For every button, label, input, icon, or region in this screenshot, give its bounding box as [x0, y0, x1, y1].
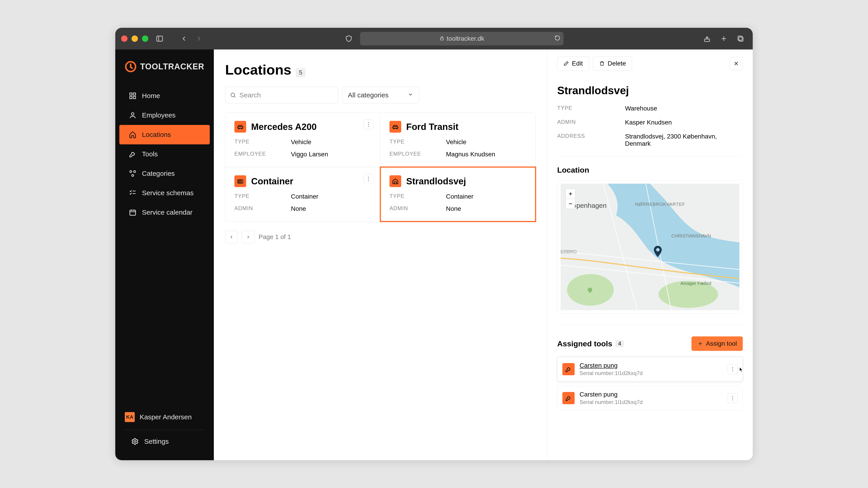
tabs-overview-icon[interactable]	[734, 32, 747, 45]
sidebar-item-label: Categories	[142, 170, 175, 177]
zoom-out-button[interactable]: −	[566, 199, 575, 209]
assigned-tools-list: Carsten pung Serial number:1l1d2kxq7d Ca…	[557, 357, 743, 411]
sidebar-item-tools[interactable]: Tools	[119, 144, 210, 164]
user-icon	[129, 111, 136, 119]
prev-page-button[interactable]	[225, 231, 238, 243]
svg-rect-2	[440, 38, 443, 40]
current-user[interactable]: KA Kasper Andersen	[122, 406, 208, 428]
sidebar-item-categories[interactable]: Categories	[119, 164, 210, 183]
wrench-icon	[562, 363, 575, 375]
minimize-window[interactable]	[131, 35, 138, 42]
field-value: Vehicle	[291, 138, 371, 146]
search-icon	[230, 92, 236, 98]
categories-icon	[129, 170, 136, 177]
svg-rect-19	[130, 210, 135, 215]
location-section-title: Location	[557, 166, 743, 174]
field-value: Kasper Knudsen	[625, 119, 743, 126]
tool-menu-button[interactable]	[727, 364, 738, 374]
svg-point-15	[133, 170, 135, 173]
location-card-ford[interactable]: Ford Transit TYPE Vehicle EMPLOYEE Magnu…	[380, 113, 535, 167]
new-tab-icon[interactable]	[717, 32, 730, 45]
field-value: Container	[446, 193, 526, 200]
sidebar-item-label: Service calendar	[142, 208, 192, 216]
search-placeholder: Search	[239, 91, 261, 99]
field-value: Viggo Larsen	[291, 151, 371, 158]
map-container: + − ›penhagen NØRREBROKVARTEF CHRISTIANS…	[557, 180, 743, 314]
location-card-mercedes[interactable]: Mercedes A200 TYPE Vehicle EMPLOYEE Vigg…	[225, 113, 380, 167]
category-filter-label: All categories	[348, 91, 389, 99]
page-title: Locations	[225, 62, 291, 78]
map-area-label: NØRREBROKVARTEF	[635, 202, 685, 207]
brand-icon	[125, 61, 136, 72]
sidebar-item-service-schemas[interactable]: Service schemas	[119, 183, 210, 203]
tool-menu-button[interactable]	[727, 393, 738, 403]
sidebar-item-employees[interactable]: Employees	[119, 105, 210, 125]
reload-icon[interactable]	[555, 35, 560, 42]
edit-label: Edit	[572, 60, 583, 67]
svg-rect-42	[394, 182, 397, 184]
user-name: Kasper Andersen	[140, 413, 192, 421]
field-label: TYPE	[235, 193, 291, 200]
maximize-window[interactable]	[142, 35, 148, 42]
forward-button[interactable]	[193, 32, 205, 45]
tool-item[interactable]: Carsten pung Serial number:1l1d2kxq7d	[557, 357, 743, 382]
map-area-label: ERBRO	[561, 249, 577, 254]
svg-rect-11	[130, 96, 132, 99]
edit-button[interactable]: Edit	[557, 56, 589, 71]
svg-point-54	[732, 367, 733, 368]
field-label: TYPE	[235, 138, 291, 146]
sidebar-toggle-icon[interactable]	[153, 32, 166, 45]
sidebar-item-label: Home	[142, 92, 160, 100]
tool-item[interactable]: Carsten pung Serial number:1l1d2kxq7d	[557, 386, 743, 411]
url-bar[interactable]: tooltracker.dk	[360, 32, 563, 45]
sidebar-item-home[interactable]: Home	[119, 86, 210, 105]
field-value: Vehicle	[446, 138, 526, 146]
delete-label: Delete	[608, 60, 626, 67]
svg-point-58	[732, 398, 733, 398]
share-icon[interactable]	[701, 32, 713, 45]
calendar-icon	[129, 208, 136, 216]
map[interactable]: + − ›penhagen NØRREBROKVARTEF CHRISTIANS…	[561, 184, 739, 310]
tool-name: Carsten pung	[580, 391, 643, 398]
location-card-container[interactable]: Container TYPE Container ADMIN None	[225, 167, 380, 221]
pagination: Page 1 of 1	[225, 231, 536, 243]
category-filter[interactable]: All categories	[342, 87, 419, 103]
close-icon	[734, 61, 739, 66]
map-city-label: ›penhagen	[574, 202, 607, 209]
sidebar-item-service-calendar[interactable]: Service calendar	[119, 203, 210, 222]
tool-serial: Serial number:1l1d2kxq7d	[580, 370, 643, 377]
back-button[interactable]	[178, 32, 190, 45]
svg-point-13	[131, 113, 134, 115]
sidebar-item-locations[interactable]: Locations	[119, 125, 210, 144]
svg-point-56	[732, 370, 733, 371]
field-label: EMPLOYEE	[390, 151, 446, 158]
zoom-in-button[interactable]: +	[566, 189, 575, 199]
home-icon	[129, 131, 136, 138]
svg-point-59	[732, 399, 733, 400]
search-input[interactable]: Search	[225, 87, 338, 103]
tools-count-badge: 4	[616, 340, 624, 347]
location-name: Mercedes A200	[251, 122, 317, 132]
assign-tool-button[interactable]: Assign tool	[691, 336, 743, 351]
wrench-icon	[562, 392, 575, 404]
svg-point-23	[134, 441, 136, 443]
location-card-strandlodsvej[interactable]: Strandlodsvej TYPE Container ADMIN None	[380, 167, 535, 221]
browser-titlebar: tooltracker.dk	[115, 28, 753, 50]
brand-logo: TOOLTRACKER	[115, 61, 214, 86]
card-menu-button[interactable]	[364, 120, 373, 129]
privacy-shield-icon[interactable]	[342, 32, 355, 45]
sidebar-item-settings[interactable]: Settings	[122, 432, 208, 451]
close-detail-button[interactable]	[730, 57, 743, 70]
card-menu-button[interactable]	[364, 174, 373, 184]
close-window[interactable]	[121, 35, 127, 42]
field-label: ADMIN	[390, 205, 446, 213]
next-page-button[interactable]	[242, 231, 254, 243]
svg-point-55	[732, 369, 733, 369]
tool-serial: Serial number:1l1d2kxq7d	[580, 399, 643, 405]
detail-title: Strandlodsvej	[557, 84, 743, 97]
browser-window: tooltracker.dk TOOLTRACKER Home	[115, 28, 753, 460]
delete-button[interactable]: Delete	[593, 56, 632, 71]
pencil-icon	[563, 61, 569, 66]
main-content: Locations 5 Search All categories	[214, 50, 753, 460]
container-icon	[235, 175, 246, 187]
